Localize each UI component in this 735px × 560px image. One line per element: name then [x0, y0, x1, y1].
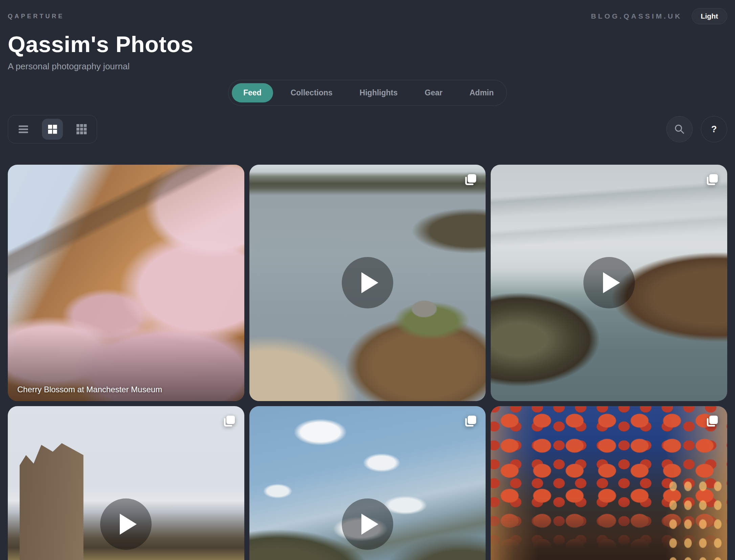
stack-badge-icon: [462, 414, 478, 429]
photo-grid: Cherry Blossom at Manchester Museum: [8, 165, 727, 560]
search-icon: [674, 123, 685, 135]
view-mode-group: [8, 115, 97, 143]
help-icon: ?: [711, 124, 717, 135]
play-button[interactable]: [583, 257, 635, 308]
primary-nav: Feed Collections Highlights Gear Admin: [8, 80, 727, 106]
compact-grid-view-button[interactable]: [71, 119, 92, 140]
search-button[interactable]: [666, 116, 693, 142]
help-button[interactable]: ?: [701, 116, 727, 142]
caption-gradient: [8, 165, 244, 401]
play-button[interactable]: [342, 257, 393, 308]
page-title: Qassim's Photos: [8, 31, 727, 57]
stack-badge-icon: [221, 414, 237, 429]
photo-card[interactable]: [491, 406, 727, 560]
tab-highlights[interactable]: Highlights: [350, 83, 407, 102]
photo-image-chinatown-lanterns: [491, 406, 727, 560]
list-view-icon: [17, 123, 29, 135]
grid-2x2-icon: [46, 123, 59, 135]
page-subtitle: A personal photography journal: [8, 61, 727, 72]
play-icon: [361, 272, 378, 293]
toolbar: ?: [8, 115, 727, 143]
page: QAPERTURE BLOG.QASSIM.UK Light Qassim's …: [0, 0, 735, 560]
tab-collections[interactable]: Collections: [281, 83, 342, 102]
photo-caption: Cherry Blossom at Manchester Museum: [17, 385, 162, 394]
topbar-right: BLOG.QASSIM.UK Light: [591, 8, 727, 24]
play-icon: [603, 272, 620, 293]
tab-admin[interactable]: Admin: [460, 83, 503, 102]
photo-card[interactable]: [8, 406, 244, 560]
stack-badge-icon: [704, 172, 720, 188]
toolbar-right: ?: [666, 116, 727, 142]
nav-pill: Feed Collections Highlights Gear Admin: [228, 80, 507, 106]
play-button[interactable]: [100, 498, 152, 550]
tab-feed[interactable]: Feed: [232, 83, 273, 102]
list-view-button[interactable]: [13, 119, 34, 140]
topbar: QAPERTURE BLOG.QASSIM.UK Light: [8, 8, 727, 24]
photo-card[interactable]: [249, 165, 486, 401]
theme-toggle-button[interactable]: Light: [692, 8, 727, 24]
grid-view-button[interactable]: [42, 119, 63, 140]
grid-3x3-icon: [75, 123, 88, 136]
play-button[interactable]: [342, 498, 393, 550]
photo-card[interactable]: Cherry Blossom at Manchester Museum: [8, 165, 244, 401]
brand-label: QAPERTURE: [8, 13, 64, 20]
header: QAPERTURE BLOG.QASSIM.UK Light Qassim's …: [8, 8, 727, 72]
play-icon: [361, 514, 378, 535]
photo-card[interactable]: [491, 165, 727, 401]
stack-badge-icon: [462, 172, 478, 188]
photo-card[interactable]: [249, 406, 486, 560]
site-domain-label: BLOG.QASSIM.UK: [591, 12, 682, 20]
tab-gear[interactable]: Gear: [415, 83, 452, 102]
play-icon: [120, 514, 137, 535]
stack-badge-icon: [704, 414, 720, 429]
